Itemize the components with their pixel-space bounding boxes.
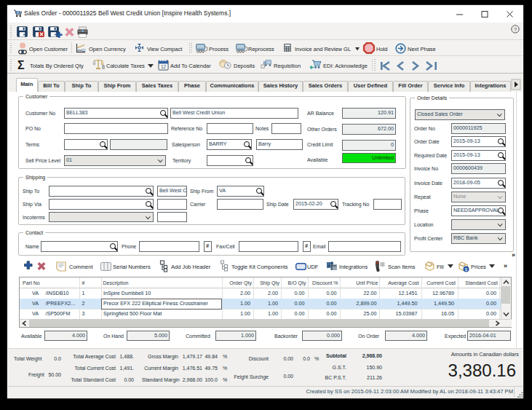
svg-text:?: ? — [514, 26, 517, 33]
svg-text:02: 02 — [82, 49, 87, 52]
svg-text:12: 12 — [161, 64, 167, 69]
